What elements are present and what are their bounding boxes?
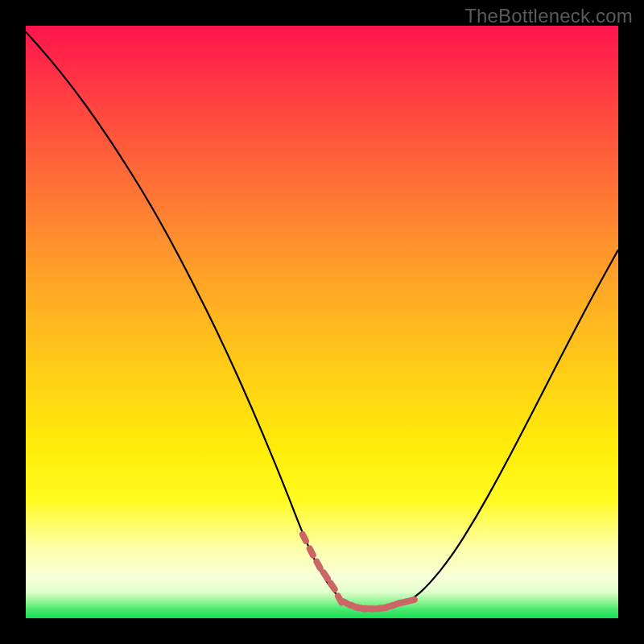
svg-line-1: [310, 549, 313, 555]
plot-area: [26, 26, 618, 618]
svg-line-4: [331, 584, 335, 589]
chart-frame: TheBottleneck.com: [0, 0, 644, 644]
valley-marker: [303, 535, 415, 609]
curve-layer: [26, 26, 618, 618]
svg-line-2: [316, 562, 320, 568]
svg-line-3: [324, 572, 328, 578]
watermark-text: TheBottleneck.com: [464, 5, 633, 27]
svg-line-0: [303, 535, 306, 541]
svg-line-15: [407, 600, 415, 601]
bottleneck-curve: [26, 31, 618, 608]
